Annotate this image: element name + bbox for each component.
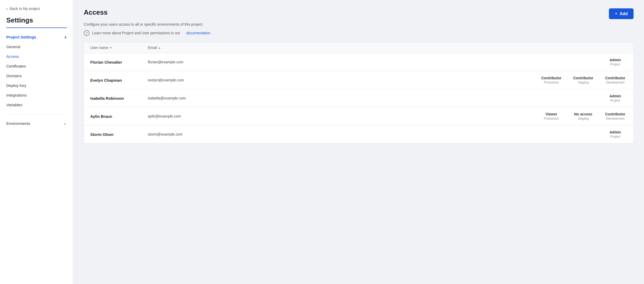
plus-icon: + bbox=[615, 11, 618, 16]
user-name: Florian Chevalier bbox=[90, 60, 148, 64]
add-button-label: Add bbox=[620, 12, 628, 16]
sidebar-item-general[interactable]: General bbox=[4, 42, 69, 52]
role-label: Admin bbox=[603, 58, 627, 62]
role-scope: Project bbox=[603, 63, 627, 66]
col-email-header[interactable]: Email ▲ bbox=[148, 46, 627, 50]
table-row[interactable]: Aylin Braunaylin@example.comViewerProduc… bbox=[84, 107, 633, 125]
sidebar-item-variables[interactable]: Variables bbox=[4, 100, 69, 110]
chevron-down-icon: ⌄ bbox=[63, 121, 67, 126]
role-scope: Project bbox=[603, 135, 627, 138]
role-item: ContributorDevelopment bbox=[603, 76, 627, 84]
help-text: Learn more about Project and User permis… bbox=[92, 31, 180, 35]
user-email: florian@example.com bbox=[148, 60, 603, 64]
role-scope: Project bbox=[603, 99, 627, 102]
role-scope: Development bbox=[603, 81, 627, 84]
project-settings-section-header[interactable]: Project Settings ∧ bbox=[4, 32, 69, 42]
role-scope: Staging bbox=[572, 81, 595, 84]
user-email: evelyn@example.com bbox=[148, 78, 540, 82]
role-scope: Staging bbox=[572, 117, 595, 120]
user-email: aylin@example.com bbox=[148, 114, 540, 118]
user-name: Aylin Braun bbox=[90, 114, 148, 119]
table-row[interactable]: Evelyn Chapmanevelyn@example.comContribu… bbox=[84, 71, 633, 89]
role-item: No accessStaging bbox=[572, 112, 595, 120]
sidebar-bottom-divider bbox=[6, 114, 67, 114]
sidebar-item-integrations[interactable]: Integrations bbox=[4, 90, 69, 100]
role-group: AdminProject bbox=[603, 58, 627, 66]
table-body: Florian Chevalierflorian@example.comAdmi… bbox=[84, 53, 633, 143]
access-table: User name ▼ Email ▲ Florian Chevalierflo… bbox=[84, 42, 634, 143]
help-row: ? Learn more about Project and User perm… bbox=[84, 30, 634, 36]
sort-up-icon: ▲ bbox=[158, 46, 161, 49]
role-scope: Production bbox=[540, 81, 563, 84]
user-email: storm@example.com bbox=[148, 132, 603, 136]
col-username-header[interactable]: User name ▼ bbox=[90, 46, 148, 50]
role-label: Contributor bbox=[540, 76, 563, 80]
sidebar-title: Settings bbox=[0, 16, 73, 27]
sidebar-divider bbox=[6, 27, 67, 28]
role-group: AdminProject bbox=[603, 130, 627, 138]
role-item: ViewerProduction bbox=[540, 112, 563, 120]
help-icon: ? bbox=[84, 30, 89, 36]
role-item: AdminProject bbox=[603, 58, 627, 66]
nav-items-list: GeneralAccessCertificatesDomainsDeploy K… bbox=[4, 42, 69, 110]
back-arrow-icon: ‹ bbox=[6, 6, 8, 11]
role-label: Viewer bbox=[540, 112, 563, 116]
user-name: Isabella Robinson bbox=[90, 96, 148, 101]
role-item: AdminProject bbox=[603, 130, 627, 138]
role-label: Admin bbox=[603, 130, 627, 134]
user-name: Evelyn Chapman bbox=[90, 78, 148, 82]
role-group: ViewerProductionNo accessStagingContribu… bbox=[540, 112, 627, 120]
page-title: Access bbox=[84, 8, 108, 16]
role-label: Contributor bbox=[603, 76, 627, 80]
sidebar-item-domains[interactable]: Domains bbox=[4, 71, 69, 81]
role-label: Contributor bbox=[603, 112, 627, 116]
help-suffix: . bbox=[213, 31, 214, 35]
user-email: isabella@example.com bbox=[148, 96, 603, 100]
role-label: Admin bbox=[603, 94, 627, 98]
sidebar-item-deploy-key[interactable]: Deploy Key bbox=[4, 81, 69, 90]
sidebar: ‹ Back to My project Settings Project Se… bbox=[0, 0, 73, 284]
main-content: Access + Add Configure your users access… bbox=[73, 0, 644, 284]
role-item: ContributorProduction bbox=[540, 76, 563, 84]
table-row[interactable]: Isabella Robinsonisabella@example.comAdm… bbox=[84, 89, 633, 107]
environments-section[interactable]: Environments ⌄ bbox=[0, 118, 73, 128]
role-scope: Development bbox=[603, 117, 627, 120]
table-header: User name ▼ Email ▲ bbox=[84, 42, 633, 53]
environments-label: Environments bbox=[6, 121, 30, 126]
sidebar-section: Project Settings ∧ GeneralAccessCertific… bbox=[0, 32, 73, 110]
back-link[interactable]: ‹ Back to My project bbox=[0, 6, 73, 16]
user-name: Storm Olsen bbox=[90, 132, 148, 137]
table-row[interactable]: Florian Chevalierflorian@example.comAdmi… bbox=[84, 53, 633, 71]
sidebar-item-certificates[interactable]: Certificates bbox=[4, 61, 69, 71]
sort-down-icon: ▼ bbox=[109, 46, 112, 49]
project-settings-label: Project Settings bbox=[6, 35, 36, 39]
role-scope: Production bbox=[540, 117, 563, 120]
add-button[interactable]: + Add bbox=[609, 8, 634, 19]
role-label: No access bbox=[572, 112, 595, 116]
role-item: AdminProject bbox=[603, 94, 627, 102]
main-header: Access + Add bbox=[84, 8, 634, 19]
role-label: Contributor bbox=[572, 76, 595, 80]
role-item: ContributorStaging bbox=[572, 76, 595, 84]
role-item: ContributorDevelopment bbox=[603, 112, 627, 120]
sidebar-item-access[interactable]: Access bbox=[4, 52, 69, 61]
back-link-label: Back to My project bbox=[10, 7, 40, 11]
role-group: ContributorProductionContributorStagingC… bbox=[540, 76, 627, 84]
table-row[interactable]: Storm Olsenstorm@example.comAdminProject bbox=[84, 125, 633, 143]
access-description: Configure your users access to all or sp… bbox=[84, 22, 634, 26]
chevron-up-icon: ∧ bbox=[64, 35, 67, 39]
documentation-link[interactable]: documentation bbox=[186, 31, 210, 35]
role-group: AdminProject bbox=[603, 94, 627, 102]
